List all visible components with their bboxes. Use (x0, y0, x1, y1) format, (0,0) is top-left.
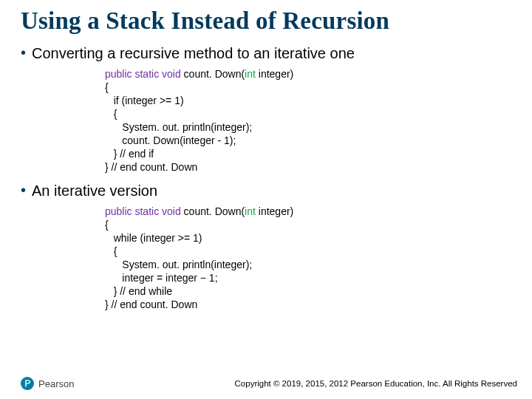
bullet-dot: • (21, 181, 26, 199)
code1-l2: { (105, 81, 109, 93)
code1-param-type: int (245, 68, 256, 80)
brand-name: Pearson (38, 378, 74, 389)
bullet-2-text: An iterative version (32, 181, 157, 200)
code-block-1: public static void count. Down(int integ… (105, 67, 511, 174)
code2-l7: } // end while (105, 285, 172, 297)
bullet-2: • An iterative version (21, 181, 511, 200)
pearson-p-icon (21, 377, 34, 390)
slide-title: Using a Stack Instead of Recursion (21, 7, 511, 35)
code2-l6: integer = integer − 1; (105, 272, 218, 284)
code2-l3: while (integer >= 1) (105, 232, 202, 244)
code1-l6: count. Down(integer - 1); (105, 134, 236, 146)
code1-l7: } // end if (105, 148, 154, 160)
code1-keywords: public static void (105, 68, 181, 80)
code2-name: count. Down( (181, 205, 245, 217)
bullet-1: • Converting a recursive method to an it… (21, 44, 511, 63)
code2-l4: { (105, 245, 117, 257)
code1-l4: { (105, 108, 117, 120)
code2-keywords: public static void (105, 205, 181, 217)
code2-param-type: int (245, 205, 256, 217)
code2-l5: System. out. println(integer); (105, 259, 252, 270)
code1-l8: } // end count. Down (105, 161, 197, 173)
copyright-text: Copyright © 2019, 2015, 2012 Pearson Edu… (235, 379, 517, 388)
code1-param-name: integer) (256, 68, 293, 80)
brand-logo: Pearson (21, 377, 74, 390)
code2-l2: { (105, 219, 109, 231)
code1-name: count. Down( (181, 68, 245, 80)
code2-param-name: integer) (256, 205, 293, 217)
code2-l8: } // end count. Down (105, 299, 197, 310)
code-block-2: public static void count. Down(int integ… (105, 205, 511, 311)
code1-l5: System. out. println(integer); (105, 121, 252, 133)
code1-l3: if (integer >= 1) (105, 95, 184, 106)
bullet-dot: • (21, 44, 26, 61)
bullet-1-text: Converting a recursive method to an iter… (32, 44, 355, 63)
